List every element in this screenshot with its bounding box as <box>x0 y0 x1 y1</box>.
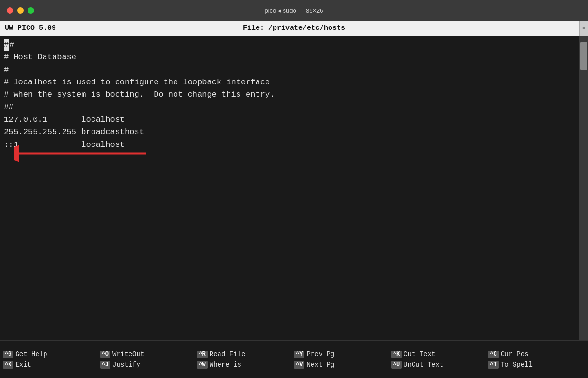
menu-item-uncuttext[interactable]: ^U UnCut Text <box>391 361 488 369</box>
menu-item-whereis[interactable]: ^W Where is <box>197 361 294 369</box>
editor-content[interactable]: ## # Host Database # # localhost is used… <box>4 39 576 151</box>
menu-item-exit[interactable]: ^X Exit <box>3 361 100 369</box>
menu-item-readfile[interactable]: ^R Read File <box>197 351 294 358</box>
close-button[interactable] <box>7 7 13 14</box>
cursor-block: # <box>4 39 9 51</box>
titlebar: pico ◂ sudo — 85×26 <box>0 0 588 21</box>
key-uncuttext: ^U <box>391 361 402 369</box>
menu-col-1: ^O WriteOut ^J Justify <box>100 351 197 369</box>
label-writeout: WriteOut <box>112 351 144 358</box>
label-readfile: Read File <box>210 351 246 358</box>
menu-col-2: ^R Read File ^W Where is <box>197 351 294 369</box>
menu-col-0: ^G Get Help ^X Exit <box>3 351 100 369</box>
menu-item-curpos[interactable]: ^C Cur Pos <box>488 351 585 358</box>
key-nextpg: ^V <box>294 361 304 369</box>
label-gethelp: Get Help <box>15 351 47 358</box>
menu-columns: ^G Get Help ^X Exit ^O WriteOut ^J Justi… <box>3 351 585 369</box>
menu-item-justify[interactable]: ^J Justify <box>100 361 197 369</box>
key-prevpg: ^Y <box>294 351 304 358</box>
key-justify: ^J <box>100 361 110 369</box>
menu-item-cuttext[interactable]: ^K Cut Text <box>391 351 488 358</box>
menu-col-3: ^Y Prev Pg ^V Next Pg <box>294 351 391 369</box>
key-cuttext: ^K <box>391 351 402 358</box>
menu-col-4: ^K Cut Text ^U UnCut Text <box>391 351 488 369</box>
scrollbar-indicator: ≡ <box>579 21 588 36</box>
traffic-lights <box>7 7 34 14</box>
editor-area[interactable]: ## # Host Database # # localhost is used… <box>0 36 579 340</box>
titlebar-title: pico ◂ sudo — 85×26 <box>265 7 323 14</box>
label-whereis: Where is <box>210 361 241 369</box>
menu-item-gethelp[interactable]: ^G Get Help <box>3 351 100 358</box>
scrollbar-thumb[interactable] <box>580 42 587 70</box>
key-exit: ^X <box>3 361 13 369</box>
menu-item-tospell[interactable]: ^T To Spell <box>488 361 585 369</box>
key-whereis: ^W <box>197 361 207 369</box>
label-curpos: Cur Pos <box>501 351 529 358</box>
editor-line-1: # # Host Database # # localhost is used … <box>4 40 275 149</box>
key-gethelp: ^G <box>3 351 13 358</box>
label-justify: Justify <box>112 361 140 369</box>
menu-item-prevpg[interactable]: ^Y Prev Pg <box>294 351 391 358</box>
label-uncuttext: UnCut Text <box>404 361 443 369</box>
menubar: ^G Get Help ^X Exit ^O WriteOut ^J Justi… <box>0 340 588 378</box>
menu-item-writeout[interactable]: ^O WriteOut <box>100 351 197 358</box>
menu-col-5: ^C Cur Pos ^T To Spell <box>488 351 585 369</box>
menu-item-nextpg[interactable]: ^V Next Pg <box>294 361 391 369</box>
editor-wrapper: ## # Host Database # # localhost is used… <box>0 36 588 340</box>
maximize-button[interactable] <box>28 7 34 14</box>
label-cuttext: Cut Text <box>404 351 435 358</box>
editor-scrollbar[interactable] <box>579 36 588 340</box>
statusbar: UW PICO 5.09 File: /private/etc/hosts ≡ <box>0 21 588 36</box>
key-curpos: ^C <box>488 351 498 358</box>
label-exit: Exit <box>15 361 31 369</box>
key-readfile: ^R <box>197 351 207 358</box>
label-prevpg: Prev Pg <box>306 351 334 358</box>
key-writeout: ^O <box>100 351 110 358</box>
label-nextpg: Next Pg <box>306 361 334 369</box>
label-tospell: To Spell <box>501 361 533 369</box>
key-tospell: ^T <box>488 361 498 369</box>
filename: File: /private/etc/hosts <box>243 24 345 32</box>
minimize-button[interactable] <box>17 7 24 14</box>
